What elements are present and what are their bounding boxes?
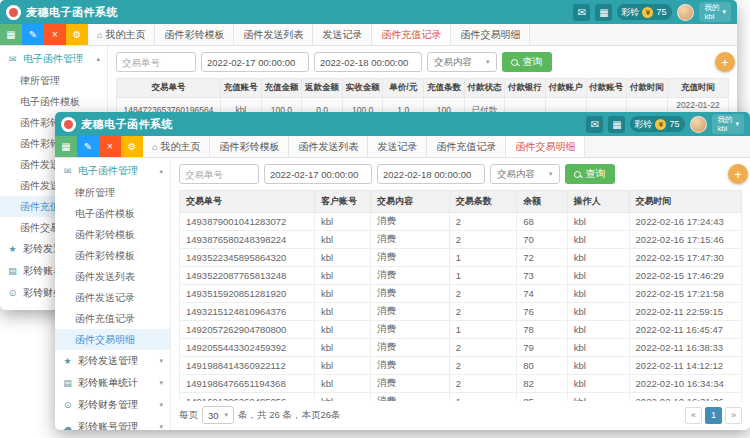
prev-page-button[interactable]: « — [685, 407, 702, 424]
table-cell: kbl — [314, 213, 370, 231]
column-header: 客户账号 — [314, 191, 370, 213]
balance-badge[interactable]: 彩铃 ¥ 75 — [617, 4, 672, 20]
balance-amount: 75 — [669, 119, 679, 129]
mail-icon[interactable]: ✉ — [586, 116, 603, 133]
per-page-prefix: 每页 — [179, 409, 198, 422]
date-from-input[interactable] — [264, 164, 372, 184]
order-no-input[interactable] — [179, 164, 259, 184]
search-button[interactable]: 查询 — [502, 52, 552, 72]
table-row[interactable]: 1491691306269485056kbl消费185kbl2022-02-10… — [180, 393, 742, 402]
table-cell: 2022-02-15 17:47:30 — [629, 249, 741, 267]
content-filter-select[interactable]: 交易内容 ▾ — [427, 52, 497, 72]
avatar[interactable] — [677, 4, 694, 21]
column-header: 交易内容 — [371, 191, 450, 213]
table-row[interactable]: 1492057262904780800kbl消费178kbl2022-02-11… — [180, 321, 742, 339]
tab-ring-template[interactable]: 函件彩铃模板 — [210, 136, 289, 157]
record-count-text: 条，共 26 条，本页26条 — [238, 409, 340, 422]
table-row[interactable]: 1491988414360922112kbl消费280kbl2022-02-11… — [180, 357, 742, 375]
sidebar-group-ring-send[interactable]: ★ 彩铃发送管理 ▾ — [55, 350, 170, 372]
sidebar-item-letter-template[interactable]: 电子函件模板 — [0, 91, 107, 112]
table-row[interactable]: 1493515920851281920kbl消费274kbl2022-02-15… — [180, 285, 742, 303]
sidebar-group-ring-billing[interactable]: ▤ 彩铃账单统计 ▾ — [55, 372, 170, 394]
search-button[interactable]: 查询 — [565, 164, 615, 184]
settings-button[interactable]: ⚙ — [121, 136, 143, 157]
quick-settings-button[interactable]: + — [715, 52, 735, 72]
table-cell: 2022-02-11 22:59:15 — [629, 303, 741, 321]
date-from-input[interactable] — [201, 52, 309, 72]
per-page-value: 30 — [208, 410, 219, 421]
sidebar-item-ring-template-2[interactable]: 函件彩铃模板 — [55, 245, 170, 266]
sidebar-group-letter-management[interactable]: ✉ 电子函件管理 ▴ — [0, 48, 107, 70]
tab-send-list[interactable]: 函件发送列表 — [289, 136, 368, 157]
topbar-actions: ✉ ▦ 彩铃 ¥ 75 我的 kbl ▾ — [586, 114, 744, 134]
tab-recharge-records[interactable]: 函件充值记录 — [372, 24, 451, 45]
column-header: 交易单号 — [117, 79, 221, 98]
close-button[interactable]: × — [99, 136, 121, 157]
content-filter-select[interactable]: 交易内容 ▾ — [490, 164, 560, 184]
transaction-detail-panel: 交易内容 ▾ 查询 交易单号客户账号交易内容交易条数余额操作人交易时间14938… — [171, 158, 750, 430]
table-row[interactable]: 1493879001041283072kbl消费268kbl2022-02-16… — [180, 213, 742, 231]
tab-ring-template[interactable]: 函件彩铃模板 — [155, 24, 234, 45]
sidebar-item-law-firms[interactable]: 律所管理 — [55, 182, 170, 203]
sidebar-item-letter-template[interactable]: 电子函件模板 — [55, 203, 170, 224]
table-cell: kbl — [314, 357, 370, 375]
table-row[interactable]: 1493215124810964376kbl消费276kbl2022-02-11… — [180, 303, 742, 321]
table-row[interactable]: 1493522345895864320kbl消费172kbl2022-02-15… — [180, 249, 742, 267]
close-button[interactable]: × — [44, 24, 66, 45]
tab-send-records[interactable]: 发送记录 — [313, 24, 372, 45]
front-window: 麦穗电子函件系统 ✉ ▦ 彩铃 ¥ 75 我的 kbl ▾ ▦ ✎ × ⚙ ⌂ — [55, 112, 750, 430]
date-to-input[interactable] — [377, 164, 485, 184]
edit-button[interactable]: ✎ — [22, 24, 44, 45]
table-cell: 消费 — [371, 375, 450, 393]
sidebar-item-send-list[interactable]: 函件发送列表 — [55, 266, 170, 287]
user-menu-label: 我的 — [717, 115, 732, 124]
sidebar-item-law-firms[interactable]: 律所管理 — [0, 70, 107, 91]
mail-icon[interactable]: ✉ — [573, 4, 590, 21]
next-page-button[interactable]: » — [725, 407, 742, 424]
tab-home[interactable]: ⌂ 我的主页 — [88, 24, 155, 45]
topbar: 麦穗电子函件系统 ✉ ▦ 彩铃 ¥ 75 我的 kbl ▾ — [55, 112, 750, 136]
balance-badge[interactable]: 彩铃 ¥ 75 — [630, 116, 685, 132]
sidebar-group-letter-management[interactable]: ✉ 电子函件管理 ▴ — [55, 160, 170, 182]
edit-button[interactable]: ✎ — [77, 136, 99, 157]
sidebar-item-recharge-records[interactable]: 函件充值记录 — [55, 308, 170, 329]
menu-button[interactable]: ▦ — [55, 136, 77, 157]
column-header: 交易时间 — [629, 191, 741, 213]
avatar[interactable] — [690, 116, 707, 133]
user-menu[interactable]: 我的 kbl ▾ — [699, 2, 731, 22]
tab-send-list[interactable]: 函件发送列表 — [234, 24, 313, 45]
apps-grid-icon[interactable]: ▦ — [608, 116, 625, 133]
quick-settings-button[interactable]: + — [728, 164, 748, 184]
user-menu[interactable]: 我的 kbl ▾ — [712, 114, 744, 134]
sidebar-item-send-records[interactable]: 函件发送记录 — [55, 287, 170, 308]
sidebar-group-label: 彩铃财务管理 — [78, 398, 138, 412]
date-to-input[interactable] — [314, 52, 422, 72]
tab-transaction-detail[interactable]: 函件交易明细 — [506, 136, 585, 157]
sidebar-group-ring-accounts[interactable]: ☁ 彩铃账号管理 ▾ — [55, 416, 170, 430]
sidebar-group-ring-finance[interactable]: ⊙ 彩铃财务管理 ▾ — [55, 394, 170, 416]
apps-grid-icon[interactable]: ▦ — [595, 4, 612, 21]
tab-transaction-detail[interactable]: 函件交易明细 — [451, 24, 530, 45]
settings-button[interactable]: ⚙ — [66, 24, 88, 45]
tab-send-records[interactable]: 发送记录 — [368, 136, 427, 157]
star-icon: ★ — [7, 244, 18, 254]
table-row[interactable]: 1493876580248398224kbl消费270kbl2022-02-16… — [180, 231, 742, 249]
table-row[interactable]: 1492055443302459392kbl消费279kbl2022-02-11… — [180, 339, 742, 357]
column-header: 付款银行 — [505, 79, 546, 98]
tab-recharge-records[interactable]: 函件充值记录 — [427, 136, 506, 157]
table-row[interactable]: 1491986476651194368kbl消费282kbl2022-02-10… — [180, 375, 742, 393]
table-cell: 消费 — [371, 357, 450, 375]
page-button-1[interactable]: 1 — [705, 407, 722, 424]
table-row[interactable]: 1493522087765813248kbl消费173kbl2022-02-15… — [180, 267, 742, 285]
search-bar: 交易内容 ▾ 查询 — [179, 164, 742, 184]
currency-icon: ¥ — [655, 119, 666, 130]
sidebar-item-ring-template[interactable]: 函件彩铃模板 — [55, 224, 170, 245]
balance-label: 彩铃 — [621, 6, 639, 19]
per-page-select[interactable]: 30 ▾ — [202, 406, 234, 424]
order-no-input[interactable] — [116, 52, 196, 72]
tab-home[interactable]: ⌂ 我的主页 — [143, 136, 210, 157]
header-row: 交易单号客户账号交易内容交易条数余额操作人交易时间 — [180, 191, 742, 213]
sidebar-item-transaction-detail[interactable]: 函件交易明细 — [55, 329, 170, 350]
menu-button[interactable]: ▦ — [0, 24, 22, 45]
table-cell: 73 — [517, 267, 568, 285]
